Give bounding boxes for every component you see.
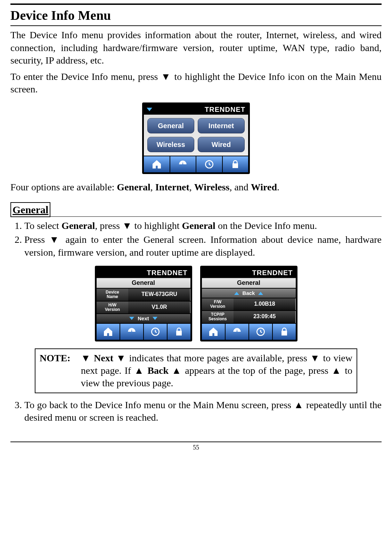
brand-label: TRENDNET	[252, 268, 293, 277]
clock-icon[interactable]	[196, 156, 223, 172]
down-arrow-icon: ▼	[81, 353, 91, 363]
intro-paragraph-1: The Device Info menu provides informatio…	[10, 29, 382, 67]
down-arrow-icon: ▼	[161, 71, 171, 82]
device-name-value: TEW-673GRU	[128, 289, 190, 300]
chevron-up-icon	[234, 292, 239, 295]
chevron-down-icon	[129, 317, 134, 320]
lock-icon[interactable]	[168, 324, 190, 340]
up-arrow-icon: ▲	[332, 365, 342, 376]
general-button[interactable]: General	[147, 118, 194, 133]
table-row: TCP/IP Sessions 23:09:45	[202, 310, 296, 323]
clock-icon[interactable]	[144, 324, 168, 340]
up-arrow-icon: ▲	[294, 399, 304, 410]
page-title: Device Info Menu	[10, 7, 382, 24]
down-arrow-icon: ▼	[310, 353, 320, 363]
home-icon[interactable]	[202, 324, 226, 340]
section-general-heading: General	[10, 202, 50, 217]
screen-title: General	[97, 278, 190, 288]
page-number: 55	[10, 442, 382, 452]
back-nav[interactable]: Back	[202, 288, 296, 298]
lock-icon[interactable]	[223, 156, 248, 172]
brand-label: TRENDNET	[205, 105, 245, 114]
lock-icon[interactable]	[273, 324, 296, 340]
table-row: F/W Version 1.00B18	[202, 298, 296, 310]
bottom-toolbar	[202, 323, 296, 340]
fw-version-label: F/W Version	[202, 298, 234, 310]
note-label: NOTE:	[40, 352, 71, 390]
clock-icon[interactable]	[249, 324, 273, 340]
device-name-label: Device Name	[97, 289, 129, 300]
down-arrow-icon: ▼	[49, 234, 61, 245]
bottom-toolbar	[97, 323, 190, 340]
chevron-down-icon	[147, 108, 152, 111]
home-icon[interactable]	[97, 324, 120, 340]
up-arrow-icon: ▲	[172, 365, 182, 376]
table-row: H/W Version V1.0R	[97, 301, 190, 313]
internet-button[interactable]: Internet	[198, 118, 245, 133]
gauge-icon[interactable]	[170, 156, 197, 172]
up-arrow-icon: ▲	[134, 365, 145, 376]
table-row: Device Name TEW-673GRU	[97, 288, 190, 300]
tcpip-sessions-label: TCP/IP Sessions	[202, 311, 234, 323]
device-info-menu-screenshot: TRENDNET General Internet Wireless Wired	[142, 102, 250, 174]
hw-version-label: H/W Version	[97, 302, 129, 313]
wireless-button[interactable]: Wireless	[147, 137, 194, 152]
wired-button[interactable]: Wired	[198, 137, 245, 152]
chevron-down-icon	[153, 317, 157, 320]
down-arrow-icon: ▼	[116, 353, 126, 363]
fw-version-value: 1.00B18	[234, 298, 295, 310]
bottom-toolbar	[144, 156, 248, 172]
step-2: Press ▼ again to enter the General scree…	[24, 233, 382, 259]
tcpip-sessions-value: 23:09:45	[234, 311, 295, 323]
note-body: ▼ Next ▼ indicates that more pages are a…	[81, 352, 352, 390]
step-1: To select General, press ▼ to highlight …	[24, 220, 382, 232]
down-arrow-icon: ▼	[122, 220, 132, 231]
step-3: To go back to the Device Info menu or th…	[24, 399, 382, 424]
brand-label: TRENDNET	[147, 268, 188, 277]
next-nav[interactable]: Next	[97, 313, 190, 323]
gauge-icon[interactable]	[226, 324, 249, 340]
hw-version-value: V1.0R	[128, 302, 190, 313]
note-box: NOTE: ▼ Next ▼ indicates that more pages…	[35, 348, 357, 393]
options-paragraph: Four options are available: General, Int…	[10, 181, 382, 193]
home-icon[interactable]	[144, 156, 170, 172]
general-screen-1: TRENDNET General Device Name TEW-673GRU …	[95, 266, 192, 341]
gauge-icon[interactable]	[120, 324, 144, 340]
general-screen-2: TRENDNET General Back F/W Version 1.00B1…	[200, 266, 297, 341]
chevron-up-icon	[258, 292, 263, 295]
intro-paragraph-2: To enter the Device Info menu, press ▼ t…	[10, 71, 382, 96]
screen-title: General	[202, 278, 296, 288]
